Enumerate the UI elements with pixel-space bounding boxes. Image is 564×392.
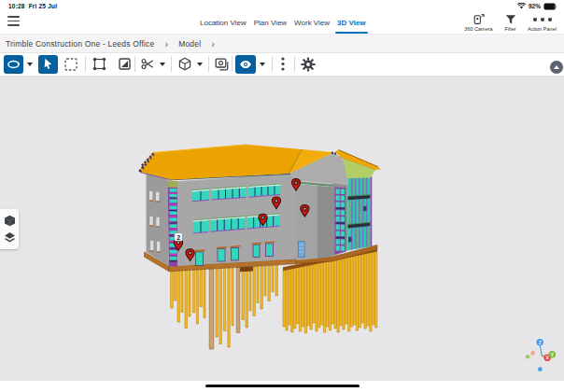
gizmo-z-axis[interactable]: Z bbox=[537, 339, 543, 345]
solid-cube-icon[interactable] bbox=[4, 215, 16, 227]
eye-icon bbox=[239, 60, 252, 69]
kebab-icon bbox=[281, 57, 285, 71]
model-viewport[interactable]: 2 Z X Y bbox=[0, 77, 564, 381]
half-filled-square-icon bbox=[119, 58, 131, 70]
layers-icon[interactable] bbox=[4, 231, 16, 244]
gizmo-negative-y[interactable] bbox=[526, 355, 530, 359]
orbit-tool-button[interactable] bbox=[4, 55, 23, 74]
gizmo-negative-x[interactable] bbox=[530, 351, 535, 356]
tab-work-view[interactable]: Work View bbox=[294, 17, 330, 30]
tower-door bbox=[299, 242, 305, 258]
orbit-dropdown-caret[interactable] bbox=[27, 63, 33, 66]
status-time: 10:28 bbox=[8, 3, 25, 9]
home-indicator[interactable] bbox=[205, 385, 360, 387]
toolbar-divider bbox=[85, 56, 86, 72]
360-camera-icon bbox=[472, 13, 485, 25]
status-date: Fri 25 Jul bbox=[29, 3, 58, 9]
svg-text:Z: Z bbox=[539, 340, 542, 345]
action-panel-button[interactable]: Action Panel bbox=[527, 13, 557, 32]
corner-handles-rectangle-icon bbox=[92, 57, 106, 71]
toolbar bbox=[0, 53, 564, 77]
entrance-tower bbox=[296, 184, 332, 260]
select-tool-button[interactable] bbox=[38, 55, 58, 74]
stairwell-glazing-strip bbox=[168, 181, 178, 267]
stacked-frames-icon bbox=[215, 58, 229, 71]
transform-select-button[interactable] bbox=[91, 55, 107, 74]
section-dropdown-caret[interactable] bbox=[160, 63, 165, 66]
toolbar-divider bbox=[232, 56, 233, 72]
section-tool-button[interactable] bbox=[139, 55, 156, 74]
nav-actions: 360 Camera Filter Action bbox=[463, 13, 557, 32]
chevron-right-icon-2: › bbox=[211, 38, 215, 49]
action-panel-label: Action Panel bbox=[528, 26, 557, 32]
filter-label: Filter bbox=[504, 26, 515, 32]
toolbar-divider bbox=[294, 56, 295, 72]
cube-icon bbox=[178, 57, 191, 71]
breadcrumb: Trimble Construction One - Leeds Office … bbox=[0, 34, 564, 53]
status-time-date: 10:28 Fri 25 Jul bbox=[8, 3, 57, 9]
tab-3d-view[interactable]: 3D View bbox=[337, 17, 366, 30]
tab-location-view[interactable]: Location View bbox=[200, 17, 247, 30]
toolbar-divider bbox=[171, 56, 172, 72]
model-views-button[interactable] bbox=[176, 55, 193, 74]
360-camera-button[interactable]: 360 Camera bbox=[463, 13, 494, 32]
stair-glass-strip bbox=[335, 187, 346, 254]
building-model: 2 Z X Y bbox=[0, 77, 564, 381]
toolbar-divider bbox=[208, 56, 209, 72]
menu-icon[interactable] bbox=[7, 16, 20, 26]
model-views-dropdown-caret[interactable] bbox=[197, 63, 203, 66]
foundation-piles-left bbox=[171, 265, 278, 349]
battery-percentage: 92% bbox=[529, 3, 541, 9]
ellipsis-icon bbox=[532, 13, 553, 25]
visibility-dropdown-caret[interactable] bbox=[260, 63, 265, 66]
battery-icon bbox=[543, 3, 557, 10]
screenshot-tool-button[interactable] bbox=[213, 55, 230, 74]
filter-icon bbox=[505, 13, 516, 25]
more-options-button[interactable] bbox=[276, 55, 289, 74]
orbit-icon bbox=[7, 59, 21, 70]
invert-selection-button[interactable] bbox=[116, 55, 133, 74]
view-tabs: Location View Plan View Work View 3D Vie… bbox=[200, 12, 366, 34]
breadcrumb-model[interactable]: Model bbox=[178, 39, 201, 49]
visibility-tool-button[interactable] bbox=[235, 55, 256, 74]
wing-glass-facade bbox=[348, 176, 373, 251]
gizmo-negative-z[interactable] bbox=[538, 367, 543, 371]
svg-text:2: 2 bbox=[176, 234, 180, 241]
chevron-right-icon: › bbox=[164, 38, 168, 49]
orientation-gizmo[interactable]: Z X Y bbox=[526, 339, 556, 371]
wifi-icon bbox=[517, 3, 526, 9]
settings-button[interactable] bbox=[299, 55, 317, 74]
gear-icon bbox=[301, 57, 316, 72]
triangle-up-icon bbox=[554, 65, 559, 69]
status-bar: 10:28 Fri 25 Jul 92% bbox=[0, 0, 564, 12]
cursor-icon bbox=[43, 58, 53, 70]
gizmo-y-axis[interactable]: Y bbox=[549, 351, 556, 357]
breadcrumb-project[interactable]: Trimble Construction One - Leeds Office bbox=[6, 39, 154, 49]
dashed-rectangle-icon bbox=[64, 58, 78, 71]
filter-button[interactable]: Filter bbox=[495, 13, 526, 32]
nav-bar: Location View Plan View Work View 3D Vie… bbox=[0, 12, 564, 34]
scissors-icon bbox=[141, 58, 154, 70]
tab-plan-view[interactable]: Plan View bbox=[254, 17, 287, 30]
canvas-left-panel bbox=[0, 209, 19, 249]
marquee-select-button[interactable] bbox=[63, 55, 79, 74]
status-indicators: 92% bbox=[517, 2, 557, 10]
toolbar-divider bbox=[134, 56, 135, 72]
marker-count-badge[interactable]: 2 bbox=[175, 233, 183, 242]
360-camera-label: 360 Camera bbox=[464, 26, 492, 32]
toolbar-divider bbox=[272, 56, 273, 72]
collapse-toolbar-button[interactable] bbox=[550, 61, 563, 74]
app-screen: 10:28 Fri 25 Jul 92% Location View Plan … bbox=[0, 0, 564, 392]
